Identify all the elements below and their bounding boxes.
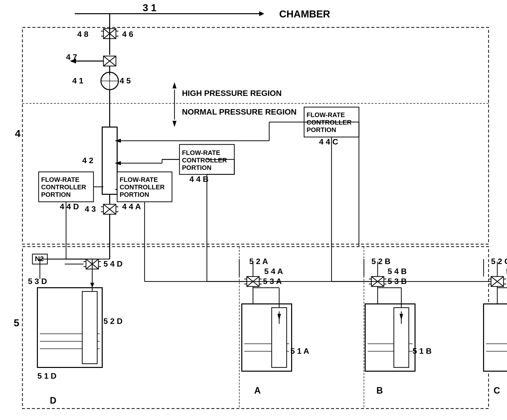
ref-43-label: 4 3 xyxy=(85,205,96,213)
44a-line1: FLOW-RATE xyxy=(120,176,158,183)
high-pressure-label: HIGH PRESSURE REGION xyxy=(182,89,282,98)
ref-45-label: 4 5 xyxy=(120,76,131,85)
svg-rect-75 xyxy=(82,291,97,364)
ref-44B-label: 4 4 B xyxy=(189,175,208,184)
svg-marker-1 xyxy=(259,11,264,16)
normal-pressure-label: NORMAL PRESSURE REGION xyxy=(182,107,297,116)
ref-52B-label: 5 2 B xyxy=(371,257,390,266)
ref-52C-label: 5 2 C xyxy=(491,257,507,266)
ref-44C-label: 4 4 C xyxy=(319,137,338,146)
svg-marker-70 xyxy=(90,283,94,288)
44b-line3: PORTION xyxy=(182,164,211,171)
ref-52A-label: 5 2 A xyxy=(249,257,268,266)
44a-line3: PORTION xyxy=(120,191,149,198)
ref-51A-label: 5 1 A xyxy=(290,347,309,355)
44c-line1: FLOW-RATE xyxy=(307,111,345,119)
ref-48-label: 4 8 xyxy=(77,30,88,39)
ref-46-label: 4 6 xyxy=(122,30,133,39)
ref-4-label: 4 xyxy=(15,128,21,139)
chamber-label: CHAMBER xyxy=(279,8,330,19)
44b-line2: CONTROLLER xyxy=(182,156,227,164)
44c-line3: PORTION xyxy=(307,126,336,134)
svg-marker-24 xyxy=(172,82,176,88)
ref-54B-label: 5 4 B xyxy=(388,267,407,276)
ref-52D-label: 5 2 D xyxy=(103,317,122,326)
44d-line1: FLOW-RATE xyxy=(41,176,80,183)
ref-44A-label: 4 4 A xyxy=(122,202,141,211)
44d-line2: CONTROLLER xyxy=(41,183,86,191)
44b-line1: FLOW-RATE xyxy=(182,149,220,156)
ref-5-label: 5 xyxy=(14,317,19,328)
label-A: A xyxy=(254,385,261,396)
44a-line2: CONTROLLER xyxy=(120,183,165,191)
ref-31-label: 3 1 xyxy=(143,2,157,13)
ref-51B-label: 5 1 B xyxy=(413,347,431,355)
svg-rect-119 xyxy=(484,304,507,371)
ref-41-label: 4 1 xyxy=(72,76,83,85)
label-B: B xyxy=(376,385,383,396)
ref-44D-label: 4 4 D xyxy=(60,202,79,211)
ref-53D-label: 5 3 D xyxy=(28,277,47,286)
ref-51D-label: 5 1 D xyxy=(37,371,56,380)
ref-54D-label: 5 4 D xyxy=(103,259,122,268)
ref-54A-label: 5 4 A xyxy=(264,267,283,276)
44d-line3: PORTION xyxy=(41,191,71,198)
label-D: D xyxy=(50,395,56,406)
svg-rect-27 xyxy=(102,127,117,194)
label-C: C xyxy=(494,385,500,396)
ref-54C-label: 5 4 C xyxy=(506,267,507,276)
svg-marker-25 xyxy=(172,121,176,127)
ref-47-label: 4 7 xyxy=(66,53,77,62)
ref-42-label: 4 2 xyxy=(82,156,93,165)
diagram-container: 3 1 CHAMBER 4 5 4 6 4 8 4 7 xyxy=(0,0,507,420)
